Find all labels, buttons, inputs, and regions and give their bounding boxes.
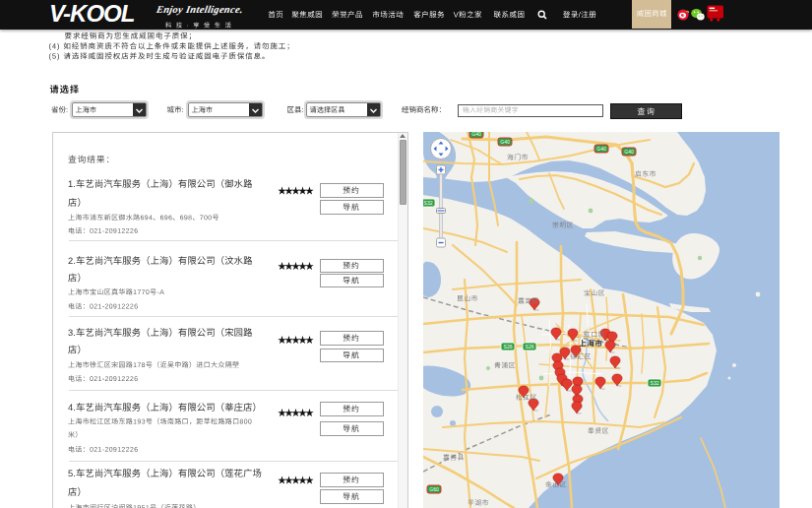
svg-text:G40: G40 (471, 132, 481, 137)
svg-text:G60: G60 (429, 486, 439, 492)
svg-text:G40: G40 (500, 139, 510, 145)
svg-text:S26: S26 (526, 344, 534, 349)
svg-text:G40: G40 (624, 149, 634, 155)
svg-text:S32: S32 (651, 380, 659, 386)
svg-text:G40: G40 (596, 146, 606, 152)
svg-text:S26: S26 (504, 344, 513, 349)
